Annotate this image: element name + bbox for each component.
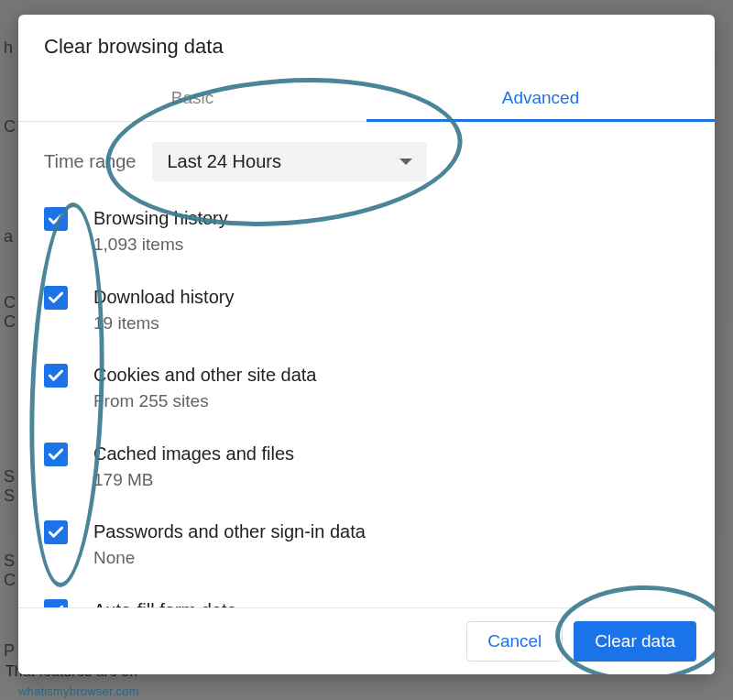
checkbox-cached-images[interactable] [44, 443, 68, 466]
option-browsing-history[interactable]: Browsing history 1,093 items [44, 205, 689, 258]
chevron-down-icon [399, 159, 412, 165]
option-sublabel: 1,093 items [93, 232, 228, 258]
checkmark-icon [47, 210, 65, 228]
option-label: Auto-fill form data [93, 597, 237, 608]
checkbox-browsing-history[interactable] [44, 207, 68, 231]
option-label: Download history [93, 284, 234, 310]
option-sublabel: From 255 sites [93, 388, 317, 415]
cancel-button[interactable]: Cancel [466, 621, 563, 662]
checkmark-icon [47, 523, 65, 541]
dialog-footer: Cancel Clear data [18, 607, 715, 674]
option-download-history[interactable]: Download history 19 items [44, 284, 689, 337]
option-label: Cookies and other site data [93, 362, 317, 388]
time-range-row: Time range Last 24 Hours [44, 142, 689, 181]
clear-browsing-data-dialog: Clear browsing data Basic Advanced Time … [18, 15, 715, 674]
tab-basic[interactable]: Basic [18, 75, 366, 121]
option-label: Cached images and files [93, 441, 294, 466]
option-sublabel: 179 MB [93, 467, 294, 494]
checkmark-icon [47, 289, 65, 307]
time-range-value: Last 24 Hours [167, 151, 281, 172]
checkbox-autofill[interactable] [44, 599, 68, 608]
checkbox-passwords[interactable] [44, 520, 68, 544]
option-label: Passwords and other sign-in data [93, 519, 366, 544]
checkmark-icon [47, 445, 65, 464]
option-sublabel: 19 items [93, 311, 234, 337]
option-passwords[interactable]: Passwords and other sign-in data None [44, 519, 689, 572]
watermark-text: whatismybrowser.com [18, 684, 139, 698]
option-label: Browsing history [93, 205, 228, 231]
dialog-title: Clear browsing data [18, 15, 715, 75]
time-range-label: Time range [44, 151, 136, 172]
checkmark-icon [47, 602, 65, 608]
option-sublabel: None [93, 545, 366, 572]
clear-data-button[interactable]: Clear data [574, 621, 696, 662]
checkmark-icon [47, 366, 65, 385]
option-cached-images[interactable]: Cached images and files 179 MB [44, 441, 689, 494]
checkbox-download-history[interactable] [44, 286, 68, 310]
dialog-tabs: Basic Advanced [18, 75, 715, 122]
option-autofill[interactable]: Auto-fill form data [44, 597, 689, 608]
tab-advanced[interactable]: Advanced [366, 75, 715, 121]
time-range-select[interactable]: Last 24 Hours [152, 142, 427, 181]
checkbox-cookies[interactable] [44, 364, 68, 388]
dialog-content-scroll[interactable]: Time range Last 24 Hours Browsing histor… [18, 122, 715, 607]
option-cookies[interactable]: Cookies and other site data From 255 sit… [44, 362, 689, 415]
